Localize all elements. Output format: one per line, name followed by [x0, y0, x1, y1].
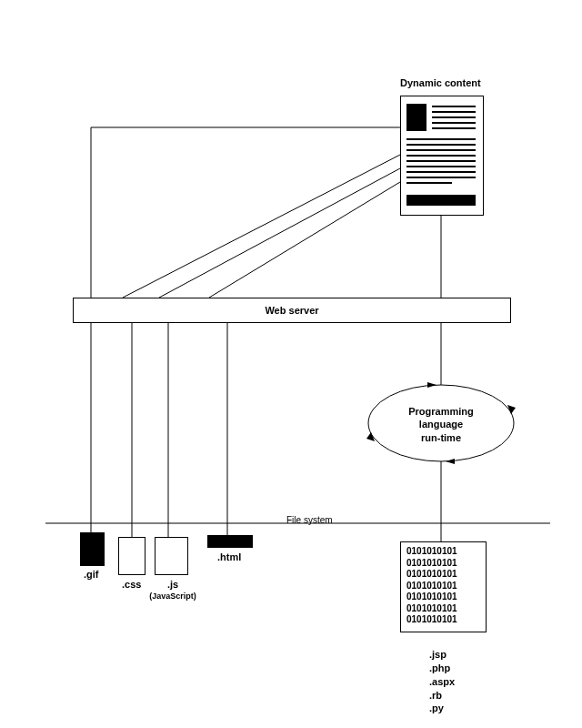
binary-row: 0101010101: [406, 592, 480, 603]
runtime-line1: Programming: [408, 406, 474, 417]
file-system-label: File system: [286, 515, 333, 525]
runtime-ellipse-label: Programming language run-time: [386, 405, 496, 444]
js-file-icon: [155, 537, 188, 575]
server-extensions-list: .jsp .php .aspx .rb .py: [429, 648, 455, 715]
web-server-box: Web server: [73, 298, 511, 323]
css-file-icon: [118, 537, 146, 575]
binary-row: 0101010101: [406, 603, 480, 615]
dynamic-content-doc-icon: [400, 96, 484, 216]
diagram-connectors: [0, 0, 582, 728]
svg-line-4: [209, 182, 400, 298]
web-server-label: Web server: [265, 305, 318, 316]
binary-row: 0101010101: [406, 581, 480, 592]
ext-py: .py: [429, 702, 455, 715]
svg-line-2: [123, 155, 400, 298]
js-label: .js (JavaScript): [146, 579, 200, 601]
ext-php: .php: [429, 662, 455, 675]
ext-jsp: .jsp: [429, 648, 455, 662]
html-file-icon: [207, 535, 253, 548]
css-label: .css: [122, 579, 141, 590]
binary-row: 0101010101: [406, 569, 480, 581]
binary-file-box: 0101010101 0101010101 0101010101 0101010…: [400, 541, 487, 632]
binary-row: 0101010101: [406, 546, 480, 558]
binary-row: 0101010101: [406, 614, 480, 626]
svg-line-3: [159, 168, 400, 298]
html-label: .html: [217, 551, 241, 562]
gif-file-icon: [80, 532, 105, 566]
runtime-line2: language: [419, 419, 463, 430]
ext-rb: .rb: [429, 689, 455, 703]
runtime-line3: run-time: [421, 432, 461, 443]
binary-row: 0101010101: [406, 558, 480, 570]
gif-label: .gif: [84, 569, 99, 580]
dynamic-content-label: Dynamic content: [400, 77, 481, 88]
ext-aspx: .aspx: [429, 675, 455, 689]
